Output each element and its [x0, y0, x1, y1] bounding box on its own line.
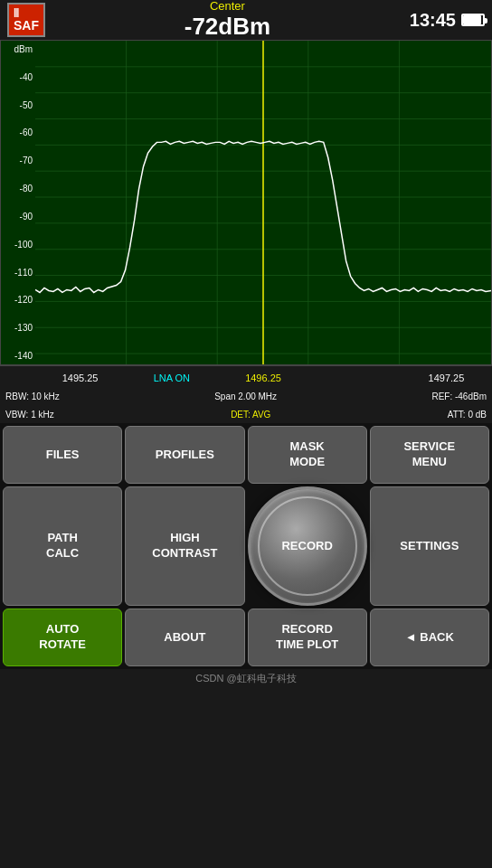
auto-rotate-button[interactable]: AUTO ROTATE [3, 609, 122, 666]
settings-button[interactable]: SETTINGS [370, 486, 489, 606]
y-axis: dBm -40 -50 -60 -70 -80 -90 -100 -110 -1… [1, 41, 35, 364]
high-contrast-button[interactable]: HIGH CONTRAST [125, 486, 244, 606]
info-row-1: RBW: 10 kHz Span 2.00 MHz REF: -46dBm [0, 387, 492, 405]
button-grid: FILES PROFILES MASK MODE SERVICE MENU PA… [0, 423, 492, 669]
x-label-right: 1497.25 [401, 373, 492, 383]
footer: CSDN @虹科电子科技 [0, 669, 492, 688]
x-axis: 1495.25 LNA ON 1496.25 1497.25 [0, 365, 492, 387]
service-menu-button[interactable]: SERVICE MENU [370, 426, 489, 484]
ref-info: REF: -46dBm [431, 392, 487, 401]
x-label-center: 1496.25 [217, 373, 308, 383]
y-unit: dBm [1, 44, 35, 54]
center-frequency: -72dBm [184, 13, 270, 41]
logo: SAF [7, 3, 45, 38]
path-calc-button[interactable]: PATH CALC [3, 486, 122, 606]
mask-mode-button[interactable]: MASK MODE [248, 426, 367, 484]
back-button[interactable]: ◄ BACK [370, 609, 489, 666]
center-display: Center -72dBm [184, 0, 270, 41]
profiles-button[interactable]: PROFILES [125, 426, 244, 484]
vbw-info: VBW: 1 kHz [5, 410, 54, 420]
clock: 13:45 [410, 10, 456, 31]
battery-icon [461, 14, 485, 26]
x-label-left: 1495.25 [34, 373, 126, 383]
about-button[interactable]: ABOUT [125, 609, 244, 666]
status-area: 13:45 [410, 10, 485, 31]
span-info: Span 2.00 MHz [214, 392, 277, 401]
att-info: ATT: 0 dB [448, 410, 487, 420]
spectrum-chart: dBm -40 -50 -60 -70 -80 -90 -100 -110 -1… [0, 40, 492, 365]
record-time-plot-button[interactable]: RECORD TIME PLOT [248, 609, 367, 666]
chart-grid [35, 41, 491, 364]
app-header: SAF Center -72dBm 13:45 [0, 0, 492, 40]
files-button[interactable]: FILES [3, 426, 122, 484]
det-info: DET: AVG [231, 410, 270, 420]
x-label-lna: LNA ON [126, 373, 217, 383]
footer-text: CSDN @虹科电子科技 [195, 673, 296, 684]
info-row-2: VBW: 1 kHz DET: AVG ATT: 0 dB [0, 405, 492, 423]
rbw-info: RBW: 10 kHz [5, 392, 60, 401]
record-button[interactable]: RECORD [248, 486, 367, 606]
